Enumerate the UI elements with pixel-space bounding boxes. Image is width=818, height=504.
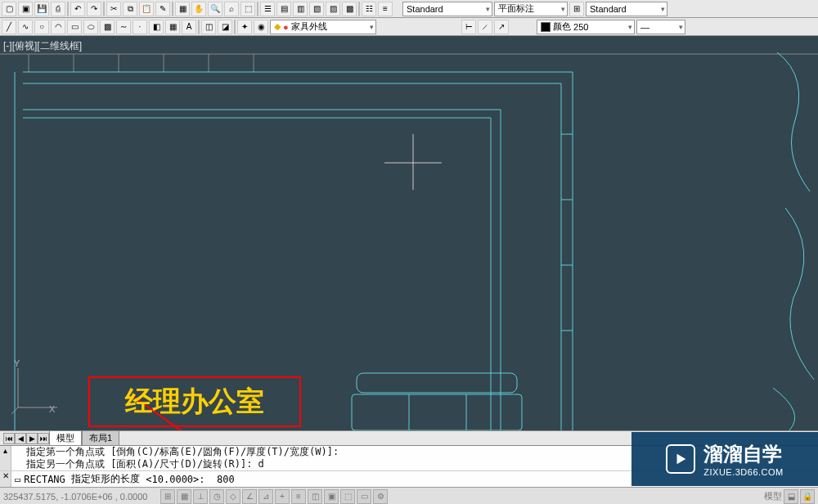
cursor-crosshair bbox=[384, 134, 442, 190]
cmd-name: RECTANG bbox=[24, 474, 65, 485]
table-style-dropdown[interactable]: Standard bbox=[586, 2, 667, 16]
cmd-default: <10.0000>: bbox=[146, 474, 204, 485]
redo-icon[interactable]: ↷ bbox=[87, 2, 101, 16]
separator bbox=[358, 2, 360, 16]
hatch-icon[interactable]: ▩ bbox=[100, 20, 115, 34]
ducs-icon[interactable]: ⊿ bbox=[258, 489, 273, 504]
room-label: 经理办公室 bbox=[125, 383, 264, 421]
rectangle-icon[interactable]: ▭ bbox=[67, 20, 82, 34]
copy-icon[interactable]: ⧉ bbox=[123, 2, 137, 16]
line-icon[interactable]: ╱ bbox=[2, 20, 16, 34]
tab-next-icon[interactable]: ▶ bbox=[26, 433, 38, 444]
zoom-extents-icon[interactable]: ⌕ bbox=[224, 2, 239, 16]
color-value: 250 bbox=[573, 22, 588, 32]
sc-icon[interactable]: ⬚ bbox=[340, 489, 355, 504]
table-icon[interactable]: ▦ bbox=[165, 20, 180, 34]
text-style-dropdown[interactable]: Standard bbox=[402, 2, 492, 16]
dyn-icon[interactable]: + bbox=[275, 489, 290, 504]
dim-aligned-icon[interactable]: ⟋ bbox=[478, 20, 492, 34]
status-bar: 325437.5175, -1.0706E+06 , 0.0000 ⊞ ▦ ⊥ … bbox=[0, 487, 818, 504]
model-paper-icon[interactable]: ▭ bbox=[357, 489, 371, 504]
polar-icon[interactable]: ◷ bbox=[209, 489, 224, 504]
make-block-icon[interactable]: ◪ bbox=[218, 20, 232, 34]
coordinate-readout: 325437.5175, -1.0706E+06 , 0.0000 bbox=[3, 492, 159, 502]
snap-icon[interactable]: ⊞ bbox=[160, 489, 175, 504]
match-icon[interactable]: ✎ bbox=[155, 2, 170, 16]
calc-icon[interactable]: ▩ bbox=[342, 2, 357, 16]
color-dropdown[interactable]: 颜色 250 bbox=[537, 20, 635, 34]
cmd-prompt-icon: ▭ bbox=[15, 474, 20, 485]
polyline-icon[interactable]: ∿ bbox=[18, 20, 33, 34]
grid-icon[interactable]: ▦ bbox=[177, 489, 191, 504]
arc-icon[interactable]: ◠ bbox=[51, 20, 65, 34]
tab-first-icon[interactable]: ⏮ bbox=[3, 433, 15, 444]
cmd-close-icon[interactable]: ✕ bbox=[0, 471, 11, 487]
lineweight-dropdown[interactable]: — bbox=[636, 20, 685, 34]
leader-icon[interactable]: ↗ bbox=[494, 20, 509, 34]
design-center-icon[interactable]: ▤ bbox=[276, 2, 291, 16]
svg-marker-23 bbox=[677, 454, 686, 465]
otrack-icon[interactable]: ∠ bbox=[242, 489, 257, 504]
qp-icon[interactable]: ▣ bbox=[324, 489, 339, 504]
quick-access-toolbar: ▢ ▣ 💾 ⎙ ↶ ↷ ✂ ⧉ 📋 ✎ ▦ ✋ 🔍 ⌕ ⬚ ☰ ▤ ▥ ▧ ▨ … bbox=[0, 0, 818, 18]
separator bbox=[103, 2, 105, 16]
undo-icon[interactable]: ↶ bbox=[70, 2, 85, 16]
cmd-prompt-text: 指定矩形的长度 bbox=[71, 472, 140, 486]
annotation-icon[interactable]: ⚙ bbox=[373, 489, 388, 504]
svg-rect-12 bbox=[357, 373, 517, 393]
workspace-icon[interactable]: ⬓ bbox=[784, 489, 798, 504]
layer-props-icon[interactable]: ☷ bbox=[362, 2, 376, 16]
tab-model[interactable]: 模型 bbox=[49, 430, 82, 446]
markup-icon[interactable]: ▨ bbox=[326, 2, 340, 16]
new-icon[interactable]: ▢ bbox=[2, 2, 16, 16]
layer-dropdown[interactable]: ◆ ● 家具外线 bbox=[270, 20, 376, 34]
pan-icon[interactable]: ✋ bbox=[191, 2, 206, 16]
print-icon[interactable]: ⎙ bbox=[51, 2, 65, 16]
tab-prev-icon[interactable]: ◀ bbox=[15, 433, 26, 444]
color-label: 颜色 bbox=[553, 20, 571, 33]
dim-style-dropdown[interactable]: 平面标注 bbox=[494, 2, 568, 16]
sheet-set-icon[interactable]: ▧ bbox=[309, 2, 324, 16]
lwt-icon[interactable]: ≡ bbox=[291, 489, 306, 504]
room-label-box: 经理办公室 bbox=[88, 376, 301, 427]
view-label[interactable]: [-][俯视][二维线框] bbox=[3, 39, 82, 53]
separator bbox=[257, 2, 258, 16]
tab-last-icon[interactable]: ⏭ bbox=[38, 433, 49, 444]
zoom-window-icon[interactable]: ⬚ bbox=[240, 2, 255, 16]
cmd-scroll-up-icon[interactable]: ▴ bbox=[0, 446, 11, 470]
layer-name: 家具外线 bbox=[291, 20, 327, 33]
tool-palette-icon[interactable]: ▥ bbox=[293, 2, 308, 16]
separator bbox=[67, 2, 69, 16]
point-icon[interactable]: · bbox=[133, 20, 147, 34]
block-icon[interactable]: ▦ bbox=[175, 2, 190, 16]
circle-icon[interactable]: ○ bbox=[34, 20, 49, 34]
separator bbox=[198, 20, 200, 34]
osnap-icon[interactable]: ◇ bbox=[226, 489, 240, 504]
dim-icon[interactable]: ⊞ bbox=[569, 2, 584, 16]
properties-icon[interactable]: ☰ bbox=[260, 2, 275, 16]
ucs-x: X bbox=[49, 404, 56, 414]
layer-state-icon[interactable]: ✦ bbox=[237, 20, 252, 34]
region-icon[interactable]: ◧ bbox=[149, 20, 164, 34]
spline-icon[interactable]: ∼ bbox=[116, 20, 131, 34]
mtext-icon[interactable]: A bbox=[182, 20, 196, 34]
layer-iso-icon[interactable]: ◉ bbox=[254, 20, 268, 34]
separator bbox=[234, 20, 236, 34]
drawing-canvas[interactable]: [-][俯视][二维线框] bbox=[0, 36, 818, 430]
zoom-icon[interactable]: 🔍 bbox=[208, 2, 222, 16]
insert-block-icon[interactable]: ◫ bbox=[201, 20, 216, 34]
dim-linear-icon[interactable]: ⊢ bbox=[461, 20, 476, 34]
cut-icon[interactable]: ✂ bbox=[106, 2, 121, 16]
status-model[interactable]: 模型 bbox=[764, 490, 782, 502]
tab-layout1[interactable]: 布局1 bbox=[82, 430, 119, 446]
paste-icon[interactable]: 📋 bbox=[139, 2, 154, 16]
brand-url: ZIXUE.3D66.COM bbox=[703, 467, 783, 477]
layers-icon[interactable]: ≡ bbox=[378, 2, 393, 16]
transparency-icon[interactable]: ◫ bbox=[308, 489, 322, 504]
lock-icon[interactable]: 🔒 bbox=[800, 489, 815, 504]
ellipse-icon[interactable]: ⬭ bbox=[83, 20, 98, 34]
cmd-input[interactable]: 800 bbox=[217, 474, 249, 485]
save-icon[interactable]: 💾 bbox=[34, 2, 49, 16]
open-icon[interactable]: ▣ bbox=[18, 2, 33, 16]
ortho-icon[interactable]: ⊥ bbox=[193, 489, 208, 504]
